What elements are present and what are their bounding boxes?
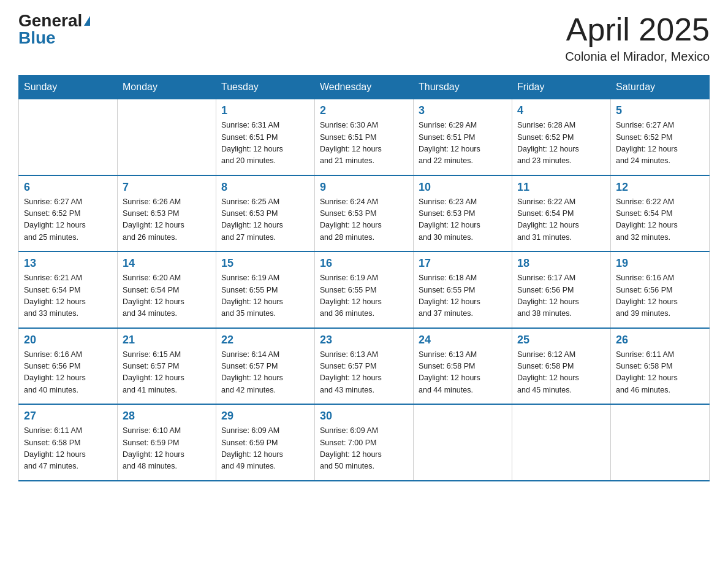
day-info: Sunrise: 6:23 AM Sunset: 6:53 PM Dayligh… [419, 196, 507, 244]
day-number: 1 [221, 104, 309, 117]
calendar-cell: 3Sunrise: 6:29 AM Sunset: 6:51 PM Daylig… [414, 99, 512, 175]
day-number: 27 [24, 410, 112, 423]
calendar-cell [118, 99, 216, 175]
day-number: 6 [24, 181, 112, 194]
day-number: 30 [320, 410, 408, 423]
day-number: 23 [320, 334, 408, 347]
day-number: 2 [320, 104, 408, 117]
calendar-cell [611, 404, 710, 481]
calendar-cell: 26Sunrise: 6:11 AM Sunset: 6:58 PM Dayli… [611, 328, 710, 405]
calendar-cell [414, 404, 512, 481]
calendar-cell: 9Sunrise: 6:24 AM Sunset: 6:53 PM Daylig… [315, 175, 414, 252]
calendar-cell: 19Sunrise: 6:16 AM Sunset: 6:56 PM Dayli… [611, 251, 710, 328]
calendar-cell: 4Sunrise: 6:28 AM Sunset: 6:52 PM Daylig… [512, 99, 611, 175]
day-info: Sunrise: 6:16 AM Sunset: 6:56 PM Dayligh… [616, 272, 704, 320]
day-number: 24 [419, 334, 507, 347]
day-number: 13 [24, 257, 112, 270]
day-info: Sunrise: 6:27 AM Sunset: 6:52 PM Dayligh… [616, 120, 704, 167]
day-number: 25 [517, 334, 605, 347]
calendar-week-row: 20Sunrise: 6:16 AM Sunset: 6:56 PM Dayli… [19, 328, 710, 405]
day-number: 22 [221, 334, 309, 347]
calendar-table: SundayMondayTuesdayWednesdayThursdayFrid… [18, 75, 710, 481]
weekday-header-thursday: Thursday [414, 75, 512, 99]
calendar-cell: 29Sunrise: 6:09 AM Sunset: 6:59 PM Dayli… [216, 404, 315, 481]
weekday-header-sunday: Sunday [19, 75, 118, 99]
weekday-header-monday: Monday [118, 75, 216, 99]
day-number: 8 [221, 181, 309, 194]
calendar-cell: 22Sunrise: 6:14 AM Sunset: 6:57 PM Dayli… [216, 328, 315, 405]
day-info: Sunrise: 6:16 AM Sunset: 6:56 PM Dayligh… [24, 349, 112, 397]
day-number: 21 [123, 334, 211, 347]
day-info: Sunrise: 6:14 AM Sunset: 6:57 PM Dayligh… [221, 349, 309, 397]
day-info: Sunrise: 6:20 AM Sunset: 6:54 PM Dayligh… [123, 272, 211, 320]
day-info: Sunrise: 6:30 AM Sunset: 6:51 PM Dayligh… [320, 120, 408, 167]
day-number: 11 [517, 181, 605, 194]
calendar-cell: 2Sunrise: 6:30 AM Sunset: 6:51 PM Daylig… [315, 99, 414, 175]
day-info: Sunrise: 6:28 AM Sunset: 6:52 PM Dayligh… [517, 120, 605, 167]
day-number: 14 [123, 257, 211, 270]
page-header: General Blue April 2025 Colonia el Mirad… [18, 12, 710, 64]
day-number: 5 [616, 104, 704, 117]
day-info: Sunrise: 6:15 AM Sunset: 6:57 PM Dayligh… [123, 349, 211, 397]
day-number: 10 [419, 181, 507, 194]
logo-general-text: General [18, 12, 82, 29]
day-info: Sunrise: 6:27 AM Sunset: 6:52 PM Dayligh… [24, 196, 112, 244]
day-number: 19 [616, 257, 704, 270]
calendar-cell: 17Sunrise: 6:18 AM Sunset: 6:55 PM Dayli… [414, 251, 512, 328]
calendar-cell: 7Sunrise: 6:26 AM Sunset: 6:53 PM Daylig… [118, 175, 216, 252]
day-info: Sunrise: 6:19 AM Sunset: 6:55 PM Dayligh… [320, 272, 408, 320]
calendar-cell: 30Sunrise: 6:09 AM Sunset: 7:00 PM Dayli… [315, 404, 414, 481]
day-number: 4 [517, 104, 605, 117]
day-info: Sunrise: 6:18 AM Sunset: 6:55 PM Dayligh… [419, 272, 507, 320]
calendar-cell: 11Sunrise: 6:22 AM Sunset: 6:54 PM Dayli… [512, 175, 611, 252]
day-info: Sunrise: 6:26 AM Sunset: 6:53 PM Dayligh… [123, 196, 211, 244]
month-title: April 2025 [565, 12, 710, 47]
weekday-header-wednesday: Wednesday [315, 75, 414, 99]
calendar-cell: 28Sunrise: 6:10 AM Sunset: 6:59 PM Dayli… [118, 404, 216, 481]
day-number: 20 [24, 334, 112, 347]
day-info: Sunrise: 6:22 AM Sunset: 6:54 PM Dayligh… [616, 196, 704, 244]
calendar-week-row: 13Sunrise: 6:21 AM Sunset: 6:54 PM Dayli… [19, 251, 710, 328]
day-number: 29 [221, 410, 309, 423]
day-number: 17 [419, 257, 507, 270]
calendar-cell: 14Sunrise: 6:20 AM Sunset: 6:54 PM Dayli… [118, 251, 216, 328]
day-number: 7 [123, 181, 211, 194]
day-number: 9 [320, 181, 408, 194]
day-number: 28 [123, 410, 211, 423]
title-block: April 2025 Colonia el Mirador, Mexico [565, 12, 710, 64]
calendar-cell: 6Sunrise: 6:27 AM Sunset: 6:52 PM Daylig… [19, 175, 118, 252]
calendar-cell: 12Sunrise: 6:22 AM Sunset: 6:54 PM Dayli… [611, 175, 710, 252]
logo: General Blue [18, 12, 90, 47]
calendar-week-row: 1Sunrise: 6:31 AM Sunset: 6:51 PM Daylig… [19, 99, 710, 175]
day-info: Sunrise: 6:13 AM Sunset: 6:58 PM Dayligh… [419, 349, 507, 397]
day-info: Sunrise: 6:22 AM Sunset: 6:54 PM Dayligh… [517, 196, 605, 244]
logo-triangle-icon [84, 16, 90, 26]
calendar-header-row: SundayMondayTuesdayWednesdayThursdayFrid… [19, 75, 710, 99]
weekday-header-friday: Friday [512, 75, 611, 99]
calendar-cell: 25Sunrise: 6:12 AM Sunset: 6:58 PM Dayli… [512, 328, 611, 405]
day-info: Sunrise: 6:12 AM Sunset: 6:58 PM Dayligh… [517, 349, 605, 397]
calendar-cell: 16Sunrise: 6:19 AM Sunset: 6:55 PM Dayli… [315, 251, 414, 328]
day-info: Sunrise: 6:21 AM Sunset: 6:54 PM Dayligh… [24, 272, 112, 320]
day-info: Sunrise: 6:09 AM Sunset: 6:59 PM Dayligh… [221, 425, 309, 473]
day-info: Sunrise: 6:11 AM Sunset: 6:58 PM Dayligh… [24, 425, 112, 473]
weekday-header-tuesday: Tuesday [216, 75, 315, 99]
calendar-cell: 18Sunrise: 6:17 AM Sunset: 6:56 PM Dayli… [512, 251, 611, 328]
day-number: 18 [517, 257, 605, 270]
day-info: Sunrise: 6:17 AM Sunset: 6:56 PM Dayligh… [517, 272, 605, 320]
day-info: Sunrise: 6:24 AM Sunset: 6:53 PM Dayligh… [320, 196, 408, 244]
day-number: 3 [419, 104, 507, 117]
day-info: Sunrise: 6:25 AM Sunset: 6:53 PM Dayligh… [221, 196, 309, 244]
calendar-week-row: 6Sunrise: 6:27 AM Sunset: 6:52 PM Daylig… [19, 175, 710, 252]
calendar-cell: 5Sunrise: 6:27 AM Sunset: 6:52 PM Daylig… [611, 99, 710, 175]
calendar-cell: 10Sunrise: 6:23 AM Sunset: 6:53 PM Dayli… [414, 175, 512, 252]
calendar-cell: 8Sunrise: 6:25 AM Sunset: 6:53 PM Daylig… [216, 175, 315, 252]
day-info: Sunrise: 6:10 AM Sunset: 6:59 PM Dayligh… [123, 425, 211, 473]
location-label: Colonia el Mirador, Mexico [565, 50, 710, 64]
day-number: 15 [221, 257, 309, 270]
weekday-header-saturday: Saturday [611, 75, 710, 99]
day-number: 26 [616, 334, 704, 347]
calendar-cell [512, 404, 611, 481]
logo-blue-text: Blue [18, 29, 56, 47]
day-info: Sunrise: 6:31 AM Sunset: 6:51 PM Dayligh… [221, 120, 309, 167]
